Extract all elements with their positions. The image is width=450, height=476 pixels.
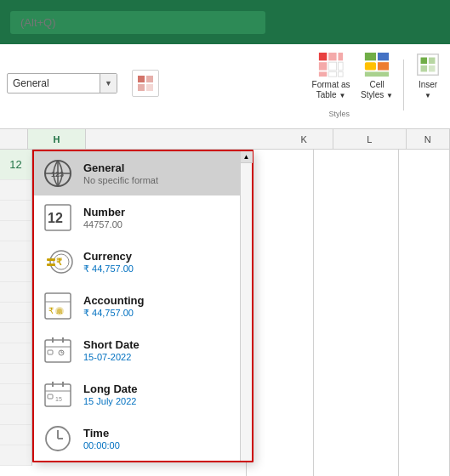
styles-section-label: Styles: [328, 105, 350, 120]
format-item-general[interactable]: 123 General No specific format: [34, 151, 240, 196]
row-num-cell: [0, 364, 32, 384]
general-label: General: [83, 162, 158, 174]
number-icon: 12: [41, 201, 75, 235]
long-date-icon: 15: [41, 377, 75, 411]
accounting-icon: ₹ ...: [41, 289, 75, 323]
ribbon: General ▼: [0, 44, 450, 129]
col-l: [314, 150, 399, 476]
format-item-short-date[interactable]: Short Date 15-07-2022: [34, 328, 240, 372]
svg-rect-4: [319, 53, 327, 60]
number-format-icons: [132, 70, 159, 97]
general-sublabel: No specific format: [83, 175, 158, 185]
row-num-cell: [0, 180, 32, 201]
row-num-cell: [0, 262, 32, 282]
format-item-number[interactable]: 12 Number 44757.00: [34, 196, 240, 240]
general-text: General No specific format: [83, 162, 158, 185]
svg-rect-20: [429, 58, 436, 65]
svg-text:123: 123: [51, 170, 64, 178]
svg-text:₹: ₹: [56, 257, 62, 267]
format-as-table-label: Format asTable ▼: [312, 80, 350, 100]
row-num-cell: [0, 221, 32, 241]
long-date-text: Long Date 15 July 2022: [83, 382, 138, 406]
svg-rect-8: [339, 53, 344, 60]
svg-rect-1: [146, 76, 153, 82]
scroll-up-arrow[interactable]: ▲: [241, 151, 253, 163]
svg-rect-16: [378, 62, 389, 70]
short-date-label: Short Date: [83, 338, 140, 351]
svg-rect-39: [45, 340, 71, 362]
svg-text:12: 12: [48, 211, 63, 225]
format-dropdown-popup: ▲ 123 General No specif: [32, 150, 253, 462]
currency-label: Currency: [83, 250, 134, 263]
svg-rect-15: [365, 62, 376, 70]
svg-rect-9: [339, 62, 344, 70]
number-format-grid-icon[interactable]: [132, 70, 159, 97]
cell-styles-icon: [363, 51, 390, 78]
ribbon-divider: [403, 60, 404, 110]
currency-sublabel: ₹ 44,757.00: [83, 264, 134, 275]
format-dropdown-arrow-icon[interactable]: ▼: [100, 74, 117, 93]
short-date-icon: [41, 333, 75, 367]
row-num-cell: [0, 201, 32, 221]
svg-rect-47: [45, 384, 71, 406]
row-num-cell: 12: [0, 150, 32, 180]
svg-rect-18: [418, 54, 438, 75]
svg-rect-51: [48, 394, 53, 399]
svg-rect-13: [365, 53, 376, 60]
svg-rect-12: [339, 71, 344, 76]
long-date-sublabel: 15 July 2022: [83, 396, 138, 406]
insert-label: Inser▼: [419, 80, 437, 100]
svg-text:15: 15: [55, 396, 62, 402]
svg-rect-5: [328, 53, 336, 60]
col-header-n[interactable]: N: [407, 129, 450, 149]
col-n: [399, 150, 450, 476]
accounting-label: Accounting: [83, 294, 145, 307]
cell-styles-label: CellStyles ▼: [361, 80, 393, 100]
scroll-track[interactable]: [241, 163, 252, 461]
row-num-cell: [0, 323, 32, 343]
format-item-long-date[interactable]: 15 Long Date 15 July 2022: [34, 372, 240, 416]
number-format-dropdown[interactable]: General ▼: [7, 73, 117, 94]
column-headers-row: H K L N: [0, 129, 450, 150]
svg-rect-3: [146, 84, 153, 91]
format-dropdown-label: General: [8, 77, 100, 89]
svg-rect-21: [421, 65, 428, 72]
svg-rect-2: [138, 84, 145, 91]
svg-rect-11: [328, 71, 336, 76]
corner-cell: [0, 129, 28, 149]
format-as-table-icon: [317, 51, 345, 78]
row-num-cell: [0, 343, 32, 364]
accounting-text: Accounting ₹ 44,757.00: [83, 294, 145, 319]
cell-styles-button[interactable]: CellStyles ▼: [356, 48, 398, 122]
svg-rect-7: [328, 62, 336, 70]
format-item-time[interactable]: Time 00:00:00: [34, 416, 240, 461]
svg-rect-43: [48, 350, 53, 354]
number-text: Number 44757.00: [83, 206, 125, 230]
row-numbers: 12: [0, 150, 32, 466]
long-date-label: Long Date: [83, 382, 138, 395]
spreadsheet-area: 12 12 ▲: [0, 150, 450, 476]
general-icon: 123: [41, 156, 75, 190]
short-date-text: Short Date 15-07-2022: [83, 338, 140, 362]
row-num-cell: [0, 241, 32, 262]
col-header-h[interactable]: H: [28, 129, 87, 149]
accounting-sublabel: ₹ 44,757.00: [83, 308, 145, 319]
svg-point-38: [57, 309, 62, 314]
col-header-k[interactable]: K: [275, 129, 333, 149]
row-num-cell: [0, 303, 32, 323]
search-input[interactable]: [10, 11, 265, 34]
top-bar: [0, 0, 450, 44]
svg-rect-22: [429, 65, 436, 72]
svg-rect-17: [365, 71, 389, 76]
currency-text: Currency ₹ 44,757.00: [83, 250, 134, 275]
row-num-cell: [0, 445, 32, 466]
number-label: Number: [83, 206, 125, 218]
col-header-l[interactable]: L: [333, 129, 407, 149]
col-k: [246, 150, 314, 476]
svg-rect-0: [138, 76, 145, 82]
format-item-accounting[interactable]: ₹ ... Accounting ₹ 44,757.00: [34, 284, 240, 328]
format-item-currency[interactable]: ₹ Currency ₹ 44,757.00: [34, 240, 240, 284]
right-columns: [246, 150, 450, 476]
row-num-cell: [0, 405, 32, 425]
insert-button[interactable]: Inser▼: [409, 48, 447, 122]
